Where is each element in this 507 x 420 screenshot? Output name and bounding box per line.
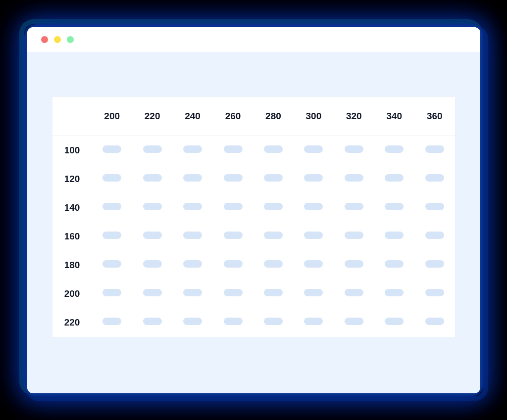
placeholder-pill [143, 145, 162, 153]
table-cell [132, 136, 172, 165]
placeholder-pill [425, 174, 444, 182]
placeholder-pill [264, 260, 283, 268]
table-corner-cell [52, 97, 92, 136]
placeholder-pill [183, 174, 202, 182]
placeholder-pill [264, 232, 283, 239]
placeholder-pill [304, 203, 323, 210]
table-cell [172, 251, 212, 280]
table-cell [172, 280, 212, 308]
placeholder-pill [385, 260, 404, 268]
table-cell [213, 308, 253, 337]
table-cell [253, 251, 293, 280]
table-cell [414, 222, 455, 251]
placeholder-pill [345, 203, 363, 210]
row-header: 120 [52, 165, 92, 193]
row-header: 220 [52, 308, 92, 337]
table-cell [414, 165, 455, 193]
table-cell [414, 280, 455, 308]
placeholder-pill [304, 232, 323, 239]
data-table-card: 200 220 240 260 280 300 320 340 360 [52, 96, 456, 337]
table-cell [213, 251, 253, 280]
placeholder-pill [345, 289, 363, 296]
placeholder-pill [345, 232, 363, 239]
table-row: 200 [52, 280, 455, 308]
placeholder-pill [425, 203, 444, 210]
table-cell [374, 165, 414, 193]
table-cell [132, 165, 172, 193]
placeholder-pill [102, 174, 121, 182]
table-cell [334, 222, 374, 251]
table-cell [132, 280, 172, 308]
window-minimize-button[interactable] [54, 36, 61, 43]
table-cell [172, 193, 212, 222]
table-cell [294, 222, 334, 251]
placeholder-pill [183, 289, 202, 296]
placeholder-pill [385, 289, 404, 296]
placeholder-pill [102, 260, 121, 268]
row-header: 200 [52, 280, 92, 308]
placeholder-pill [224, 289, 243, 296]
row-header: 180 [52, 251, 92, 280]
placeholder-pill [304, 318, 323, 325]
table-cell [374, 193, 414, 222]
table-cell [374, 136, 414, 165]
table-cell [92, 251, 132, 280]
table-row: 180 [52, 251, 455, 280]
table-cell [334, 136, 374, 165]
table-cell [374, 280, 414, 308]
window-close-button[interactable] [41, 36, 48, 43]
table-cell [253, 280, 293, 308]
placeholder-pill [102, 203, 121, 210]
table-cell [414, 308, 455, 337]
placeholder-pill [102, 289, 121, 296]
placeholder-pill [143, 203, 162, 210]
table-cell [374, 222, 414, 251]
placeholder-pill [143, 232, 162, 239]
column-header: 220 [132, 97, 172, 136]
row-header: 100 [52, 136, 92, 165]
placeholder-pill [183, 203, 202, 210]
placeholder-pill [183, 318, 202, 325]
placeholder-pill [304, 260, 323, 268]
placeholder-pill [264, 145, 283, 153]
placeholder-pill [224, 145, 243, 153]
table-cell [294, 193, 334, 222]
table-cell [253, 308, 293, 337]
placeholder-pill [425, 289, 444, 296]
placeholder-pill [304, 145, 323, 153]
placeholder-pill [304, 174, 323, 182]
window-maximize-button[interactable] [67, 36, 74, 43]
table-cell [294, 280, 334, 308]
table-cell [132, 251, 172, 280]
data-table: 200 220 240 260 280 300 320 340 360 [52, 97, 455, 337]
table-cell [132, 193, 172, 222]
placeholder-pill [345, 318, 363, 325]
table-cell [172, 165, 212, 193]
table-row: 120 [52, 165, 455, 193]
placeholder-pill [143, 260, 162, 268]
table-cell [172, 308, 212, 337]
placeholder-pill [183, 232, 202, 239]
table-cell [414, 136, 455, 165]
placeholder-pill [425, 232, 444, 239]
placeholder-pill [385, 232, 404, 239]
placeholder-pill [385, 318, 404, 325]
placeholder-pill [183, 260, 202, 268]
table-cell [414, 193, 455, 222]
table-cell [253, 165, 293, 193]
placeholder-pill [345, 174, 363, 182]
table-cell [414, 251, 455, 280]
placeholder-pill [425, 260, 444, 268]
table-row: 100 [52, 136, 455, 165]
table-cell [374, 251, 414, 280]
table-cell [213, 193, 253, 222]
placeholder-pill [264, 318, 283, 325]
table-cell [172, 136, 212, 165]
table-cell [172, 222, 212, 251]
table-cell [92, 308, 132, 337]
table-cell [374, 308, 414, 337]
column-header: 340 [374, 97, 414, 136]
table-cell [334, 308, 374, 337]
table-cell [213, 165, 253, 193]
content-area: 200 220 240 260 280 300 320 340 360 [27, 52, 480, 393]
